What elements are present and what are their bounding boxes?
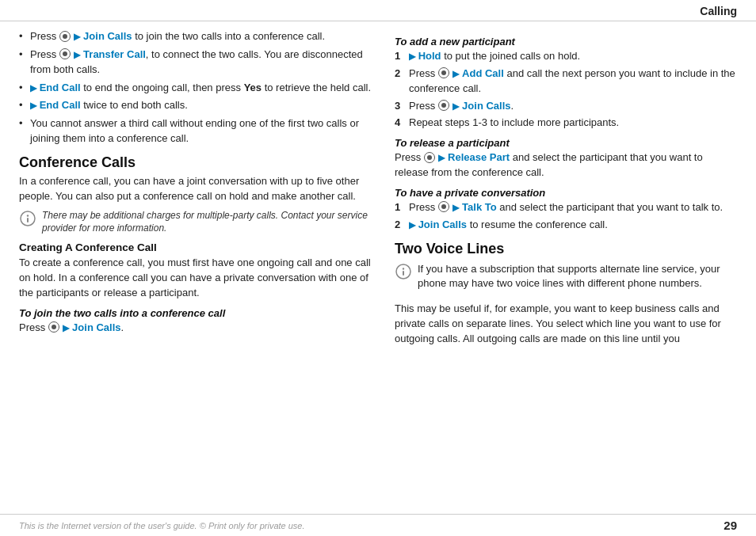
list-item: 3 Press ▶ Join Calls. <box>395 99 737 114</box>
release-participant-heading: To release a participant <box>395 137 737 149</box>
svg-point-4 <box>403 268 404 269</box>
creating-body: To create a conference call, you must fi… <box>19 256 376 301</box>
join-body: Press ▶ Join Calls. <box>19 321 376 336</box>
transfer-call-link: Transfer Call <box>83 48 146 60</box>
two-voice-note-block: If you have a subscription that supports… <box>395 262 737 296</box>
private-steps-list: 1 Press ▶ Talk To and select the partici… <box>395 200 737 233</box>
release-part-link: Release Part <box>448 151 510 163</box>
join-calls-link: Join Calls <box>83 30 132 42</box>
svg-rect-2 <box>27 218 29 222</box>
two-voice-note-text: If you have a subscription that supports… <box>418 262 737 292</box>
list-item: 2 Press ▶ Add Call and call the next per… <box>395 67 737 97</box>
circle-button-icon <box>438 201 449 212</box>
top-bar: Calling <box>0 0 756 21</box>
hold-link: Hold <box>418 50 441 62</box>
creating-heading: Creating A Conference Call <box>19 241 376 253</box>
two-voice-body: This may be useful if, for example, you … <box>395 302 737 347</box>
join-calls-link3: Join Calls <box>462 100 510 112</box>
end-call-link2: End Call <box>40 99 81 111</box>
talk-to-link: Talk To <box>462 201 497 213</box>
note-text: There may be additional charges for mult… <box>42 209 376 236</box>
list-item: 1 Press ▶ Talk To and select the partici… <box>395 200 737 215</box>
list-item: ▶ End Call twice to end both calls. <box>19 98 376 113</box>
add-participant-heading: To add a new participant <box>395 36 737 48</box>
page-container: Calling Press ▶ Join Calls to join the t… <box>0 0 756 536</box>
circle-button-icon <box>48 321 59 333</box>
list-item: You cannot answer a third call without e… <box>19 116 376 146</box>
intro-bullet-list: Press ▶ Join Calls to join the two calls… <box>19 29 376 146</box>
note-block: There may be additional charges for mult… <box>19 209 376 236</box>
conference-calls-body: In a conference call, you can have a joi… <box>19 174 376 204</box>
circle-button-icon <box>59 48 71 59</box>
footer-text: This is the Internet version of the user… <box>19 521 305 530</box>
list-item: 4 Repeat steps 1-3 to include more parti… <box>395 116 737 131</box>
list-item: Press ▶ Join Calls to join the two calls… <box>19 29 376 44</box>
circle-button-icon <box>438 100 449 111</box>
two-voice-lines-heading: Two Voice Lines <box>395 241 737 257</box>
circle-button-icon <box>59 31 71 42</box>
conference-calls-heading: Conference Calls <box>19 154 376 171</box>
svg-rect-5 <box>403 271 404 276</box>
footer-bar: This is the Internet version of the user… <box>0 514 756 536</box>
right-column: To add a new participant 1 ▶ Hold to put… <box>395 29 737 514</box>
circle-button-icon <box>424 152 435 163</box>
end-call-link: End Call <box>40 82 81 93</box>
svg-point-1 <box>27 215 29 216</box>
join-calls-link4: Join Calls <box>418 219 467 230</box>
join-calls-link2: Join Calls <box>72 321 120 333</box>
list-item: 1 ▶ Hold to put the joined calls on hold… <box>395 49 737 64</box>
list-item: ▶ End Call to end the ongoing call, then… <box>19 81 376 96</box>
info-icon2 <box>395 263 412 280</box>
left-column: Press ▶ Join Calls to join the two calls… <box>19 29 376 514</box>
footer-page-number: 29 <box>724 519 737 532</box>
page-section-title: Calling <box>700 5 737 17</box>
add-steps-list: 1 ▶ Hold to put the joined calls on hold… <box>395 49 737 131</box>
info-icon <box>19 210 36 227</box>
list-item: 2 ▶ Join Calls to resume the conference … <box>395 218 737 233</box>
private-conversation-heading: To have a private conversation <box>395 187 737 199</box>
add-call-link: Add Call <box>462 67 504 79</box>
release-body: Press ▶ Release Part and select the part… <box>395 150 737 181</box>
join-italic-heading: To join the two calls into a conference … <box>19 307 376 319</box>
circle-button-icon <box>438 67 449 78</box>
list-item: Press ▶ Transfer Call, to connect the tw… <box>19 48 376 78</box>
content-area: Press ▶ Join Calls to join the two calls… <box>0 21 756 514</box>
